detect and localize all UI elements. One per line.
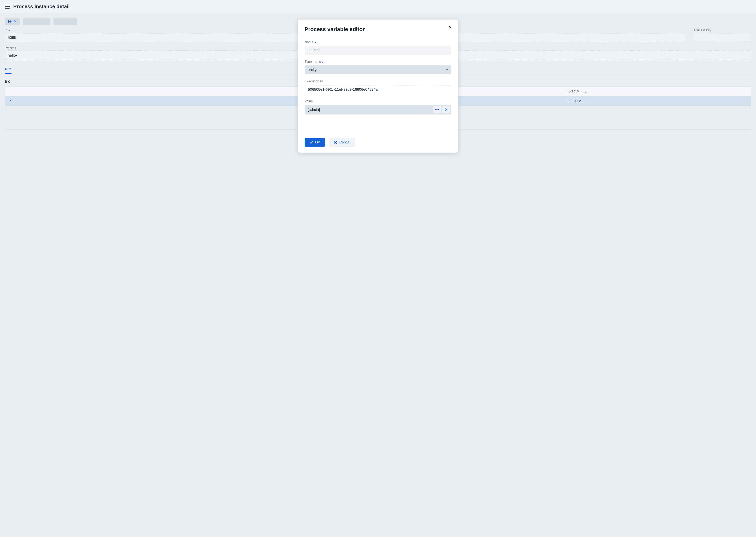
execution-id-field: Execution id 506505e1-692c-11ef-93d9-168… xyxy=(305,79,451,94)
ellipsis-icon: ••• xyxy=(435,107,440,112)
type-value: entity xyxy=(308,67,317,72)
type-field: Type name • entity xyxy=(305,60,451,74)
value-field: Value ••• ✕ xyxy=(305,99,451,114)
modal-overlay: Process variable editor ✕ Name • Type na… xyxy=(0,0,756,537)
name-input xyxy=(305,46,451,55)
value-clear-button[interactable]: ✕ xyxy=(442,106,450,113)
close-icon: ✕ xyxy=(445,107,448,112)
check-icon xyxy=(310,141,313,144)
value-input-wrap: ••• ✕ xyxy=(305,105,451,114)
execution-id-label: Execution id xyxy=(305,79,451,83)
chevron-down-icon xyxy=(445,68,448,71)
cancel-label: Cancel xyxy=(339,140,350,145)
type-label: Type name • xyxy=(305,60,451,64)
modal-title: Process variable editor xyxy=(305,26,451,32)
ban-icon xyxy=(334,141,337,144)
value-picker-button[interactable]: ••• xyxy=(434,106,441,113)
name-label: Name • xyxy=(305,40,451,44)
svg-line-1 xyxy=(335,142,337,144)
name-field: Name • xyxy=(305,40,451,55)
ok-button[interactable]: OK xyxy=(305,138,325,147)
modal-footer: OK Cancel xyxy=(305,138,451,147)
variable-editor-modal: Process variable editor ✕ Name • Type na… xyxy=(298,20,458,153)
type-select[interactable]: entity xyxy=(305,65,451,74)
cancel-button[interactable]: Cancel xyxy=(329,138,355,147)
value-input[interactable] xyxy=(308,107,432,112)
execution-id-value: 506505e1-692c-11ef-93d9-16806e04824a xyxy=(305,85,451,94)
close-icon[interactable]: ✕ xyxy=(448,24,452,30)
ok-label: OK xyxy=(315,140,320,145)
value-label: Value xyxy=(305,99,451,103)
